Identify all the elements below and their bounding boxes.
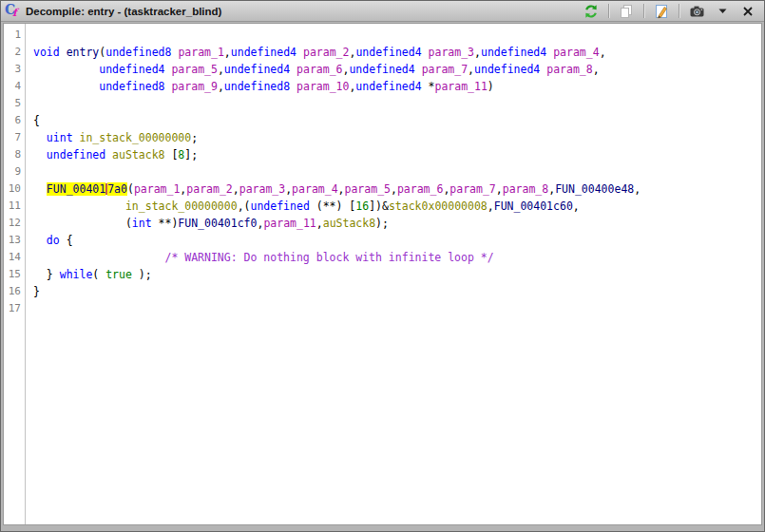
menu-dropdown-button[interactable]	[712, 3, 733, 20]
constant-token[interactable]: 16	[355, 200, 369, 213]
line-number: 8	[4, 146, 25, 163]
function-token[interactable]: FUN_00401cf0	[178, 217, 257, 230]
keyword-token[interactable]: while	[60, 268, 93, 281]
constant-token[interactable]: true	[105, 268, 132, 281]
text-token	[60, 46, 67, 59]
variable-token[interactable]: auStack8	[323, 217, 375, 230]
text-token: ,	[218, 63, 224, 76]
parameter-token[interactable]: param_8	[503, 182, 548, 196]
parameter-token[interactable]: param_11	[434, 80, 487, 93]
gutter: 1234567891011121314151617	[4, 24, 26, 524]
code-line	[33, 300, 761, 317]
text-token: (	[33, 217, 132, 230]
parameter-token[interactable]: param_4	[292, 182, 337, 196]
decompiler-panel: 1234567891011121314151617 void entry(und…	[3, 23, 762, 525]
highlighted-token[interactable]: 7a0	[107, 182, 127, 196]
toolbar-separator	[679, 4, 679, 18]
keyword-token[interactable]: undefined	[251, 200, 310, 213]
keyword-token[interactable]: undefined8	[105, 46, 171, 59]
text-token	[296, 46, 303, 59]
code-area[interactable]: void entry(undefined8 param_1,undefined4…	[26, 24, 761, 524]
parameter-token[interactable]: param_6	[397, 182, 443, 196]
parameter-token[interactable]: param_8	[546, 63, 592, 76]
variable-token[interactable]: in_stack_00000000	[80, 131, 192, 144]
parameter-token[interactable]: param_2	[303, 46, 349, 59]
text-token: ];	[184, 148, 198, 162]
keyword-token[interactable]: undefined8	[99, 80, 164, 93]
highlighted-token[interactable]: FUN_00401	[47, 182, 105, 196]
keyword-token[interactable]: do	[47, 234, 60, 247]
window-title: Decompile: entry - (tasktracker_blind)	[26, 6, 221, 17]
parameter-token[interactable]: param_5	[171, 63, 217, 76]
refresh-button[interactable]	[581, 3, 602, 20]
keyword-token[interactable]: undefined8	[224, 80, 290, 93]
parameter-token[interactable]: param_1	[178, 46, 223, 59]
code-line: undefined auStack8 [8];	[33, 146, 761, 163]
function-token[interactable]: FUN_00401c60	[494, 200, 573, 213]
function-token[interactable]: FUN_00400e48	[555, 182, 634, 196]
variable-token[interactable]: in_stack_00000000	[125, 200, 238, 213]
parameter-token[interactable]: param_3	[239, 182, 285, 196]
text-token	[33, 63, 99, 76]
code-line: void entry(undefined8 param_1,undefined4…	[33, 44, 761, 61]
keyword-token[interactable]: uint	[47, 131, 73, 144]
keyword-token[interactable]: void	[33, 46, 60, 59]
parameter-token[interactable]: param_11	[263, 217, 316, 230]
parameter-token[interactable]: param_9	[171, 80, 217, 93]
line-number: 3	[4, 61, 25, 78]
copy-button[interactable]	[616, 3, 637, 20]
keyword-token[interactable]: undefined4	[481, 46, 546, 59]
text-token: ,	[468, 63, 474, 76]
parameter-token[interactable]: param_7	[422, 63, 468, 76]
text-token: (	[127, 182, 134, 196]
keyword-token[interactable]: undefined4	[349, 63, 414, 76]
text-token	[415, 63, 422, 76]
text-token: **)	[152, 217, 179, 230]
keyword-token[interactable]: undefined4	[355, 46, 421, 59]
parameter-token[interactable]: param_5	[345, 182, 391, 196]
text-token: ,	[218, 80, 224, 93]
parameter-token[interactable]: param_3	[429, 46, 474, 59]
keyword-token[interactable]: undefined	[47, 148, 105, 162]
keyword-token[interactable]: undefined4	[224, 63, 290, 76]
text-token	[33, 131, 47, 144]
line-number: 14	[4, 249, 25, 266]
text-token: ,	[593, 63, 600, 76]
code-line: (int **)FUN_00401cf0,param_11,auStack8);	[33, 215, 761, 232]
code-line: undefined8 param_9,undefined8 param_10,u…	[33, 78, 761, 95]
keyword-token[interactable]: undefined4	[99, 63, 164, 76]
variable-token[interactable]: stack0x00000008	[389, 200, 488, 213]
code-line: in_stack_00000000,(undefined (**) [16])&…	[33, 198, 761, 215]
dropdown-arrow-icon	[717, 6, 728, 16]
line-number: 5	[4, 95, 25, 112]
variable-token[interactable]: auStack8	[112, 148, 164, 162]
text-token: {	[33, 114, 40, 127]
code-line: undefined4 param_5,undefined4 param_6,un…	[33, 61, 761, 78]
parameter-token[interactable]: param_10	[296, 80, 349, 93]
parameter-token[interactable]: param_7	[449, 182, 495, 196]
code-line	[33, 27, 761, 44]
line-number: 7	[4, 129, 25, 146]
edit-button[interactable]	[651, 3, 672, 20]
keyword-token[interactable]: undefined4	[474, 63, 540, 76]
text-token: ,(	[238, 200, 251, 213]
parameter-token[interactable]: param_2	[186, 182, 232, 196]
decompiler-c-icon: Cf	[5, 3, 23, 19]
parameter-token[interactable]: param_4	[553, 46, 599, 59]
keyword-token[interactable]: undefined4	[231, 46, 296, 59]
decompile-window: Cf Decompile: entry - (tasktracker_blind…	[0, 0, 765, 532]
text-token: (	[92, 268, 105, 281]
keyword-token[interactable]: undefined4	[355, 80, 421, 93]
snapshot-button[interactable]	[686, 3, 707, 20]
text-token: );	[375, 217, 389, 230]
function-token[interactable]: entry	[67, 46, 100, 59]
titlebar[interactable]: Cf Decompile: entry - (tasktracker_blind…	[1, 1, 764, 22]
code-line: uint in_stack_00000000;	[33, 129, 761, 146]
line-number: 6	[4, 112, 25, 129]
close-button[interactable]	[737, 3, 758, 20]
parameter-token[interactable]: param_1	[134, 182, 180, 196]
keyword-token[interactable]: int	[132, 217, 152, 230]
parameter-token[interactable]: param_6	[296, 63, 342, 76]
text-token: }	[33, 268, 60, 281]
comment-token: /* WARNING: Do nothing block with infini…	[33, 251, 494, 264]
